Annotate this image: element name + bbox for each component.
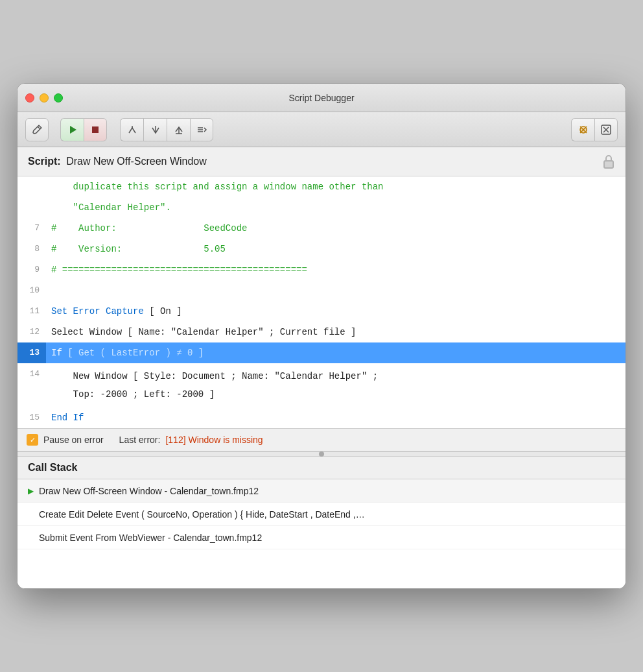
code-line-highlighted: 13 If [ Get ( LastError ) ≠ 0 ] — [18, 342, 625, 363]
play-icon — [67, 125, 78, 135]
script-name: Draw New Off-Screen Window — [66, 156, 207, 167]
debug-controls — [571, 118, 618, 141]
step-to-end-button[interactable] — [190, 118, 213, 141]
code-line: 7 # Author: SeedCode — [18, 218, 625, 239]
debug-button[interactable] — [571, 118, 594, 141]
code-line: 12 Select Window [ Name: "Calendar Helpe… — [18, 322, 625, 342]
line-number: 12 — [18, 322, 46, 342]
step-over-icon — [126, 124, 138, 136]
line-content: # ======================================… — [46, 259, 625, 280]
step-to-end-icon — [196, 124, 207, 136]
splitter[interactable] — [18, 451, 625, 457]
line-number: 9 — [18, 259, 46, 280]
toolbar — [18, 112, 625, 147]
main-window: Script Debugger — [17, 83, 626, 589]
active-arrow: ▶ — [28, 486, 34, 496]
code-line: 10 — [18, 280, 625, 301]
stop-icon — [90, 125, 100, 135]
window-title: Script Debugger — [288, 93, 354, 103]
pause-checkbox[interactable]: ✓ — [27, 434, 38, 446]
step-over-button[interactable] — [120, 118, 143, 141]
status-bar: ✓ Pause on error Last error: [112] Windo… — [18, 429, 625, 451]
line-number: 7 — [18, 218, 46, 239]
script-header: Script: Draw New Off-Screen Window — [18, 147, 625, 176]
step-controls — [120, 118, 213, 141]
line-content: # Author: SeedCode — [46, 218, 625, 239]
line-content: Set Error Capture [ On ] — [46, 301, 625, 322]
lock-icon — [602, 154, 615, 169]
checkbox-icon: ✓ — [30, 436, 36, 444]
step-out-button[interactable] — [167, 118, 190, 141]
svg-rect-1 — [92, 126, 99, 133]
code-line: 9 # ====================================… — [18, 259, 625, 280]
code-line: duplicate this script and assign a windo… — [18, 176, 625, 197]
code-line: 14 New Window [ Style: Document ; Name: … — [18, 363, 625, 407]
call-stack-item-text: Create Edit Delete Event ( SourceNo, Ope… — [39, 509, 365, 520]
close-button[interactable] — [25, 93, 34, 102]
play-button[interactable] — [60, 118, 84, 141]
code-line: 8 # Version: 5.05 — [18, 239, 625, 259]
maximize-button[interactable] — [54, 93, 63, 102]
edit-button[interactable] — [25, 118, 49, 141]
traffic-lights — [25, 93, 63, 102]
call-stack-item-text: Draw New Off-Screen Window - Calendar_to… — [39, 486, 259, 496]
code-editor[interactable]: duplicate this script and assign a windo… — [18, 176, 625, 429]
svg-marker-0 — [70, 126, 76, 134]
code-line: 11 Set Error Capture [ On ] — [18, 301, 625, 322]
call-stack-list: ▶ Draw New Off-Screen Window - Calendar_… — [18, 479, 625, 549]
line-content: "Calendar Helper". — [46, 197, 625, 218]
script-title: Script: Draw New Off-Screen Window — [28, 156, 207, 167]
call-stack-item[interactable]: ▶ Draw New Off-Screen Window - Calendar_… — [18, 479, 625, 503]
clear-icon — [600, 124, 612, 136]
line-number: 15 — [18, 407, 46, 428]
line-number: 10 — [18, 280, 46, 301]
splitter-dot — [319, 451, 324, 457]
line-number: 14 — [18, 367, 46, 380]
line-content: New Window [ Style: Document ; Name: "Ca… — [46, 367, 625, 403]
line-content: Select Window [ Name: "Calendar Helper" … — [46, 322, 625, 342]
pause-label: Pause on error — [43, 435, 104, 445]
run-controls — [60, 118, 107, 141]
call-stack-title: Call Stack — [28, 462, 77, 473]
code-line: 15 End If — [18, 407, 625, 428]
call-stack-item-text: Submit Event From WebViewer - Calendar_t… — [39, 533, 262, 543]
call-stack-header: Call Stack — [18, 457, 625, 479]
pencil-icon — [31, 124, 43, 136]
bottom-padding — [18, 549, 625, 588]
call-stack-item[interactable]: ▶ Submit Event From WebViewer - Calendar… — [18, 526, 625, 549]
step-out-icon — [173, 124, 185, 136]
line-number: 8 — [18, 239, 46, 259]
line-content: End If — [46, 407, 625, 428]
title-bar: Script Debugger — [18, 84, 625, 112]
svg-rect-11 — [604, 161, 613, 168]
stop-button[interactable] — [84, 118, 107, 141]
clear-button[interactable] — [594, 118, 618, 141]
line-number: 11 — [18, 301, 46, 322]
line-content: # Version: 5.05 — [46, 239, 625, 259]
line-number: 13 — [18, 342, 46, 363]
last-error-prefix: Last error: — [119, 435, 161, 445]
code-line: "Calendar Helper". — [18, 197, 625, 218]
minimize-button[interactable] — [40, 93, 49, 102]
line-content: duplicate this script and assign a windo… — [46, 176, 625, 197]
step-into-icon — [150, 124, 161, 136]
line-content: If [ Get ( LastError ) ≠ 0 ] — [46, 342, 625, 363]
debug-icon — [578, 124, 589, 136]
call-stack-item[interactable]: ▶ Create Edit Delete Event ( SourceNo, O… — [18, 503, 625, 526]
script-label: Script: — [28, 156, 61, 167]
last-error-value: [112] Window is missing — [165, 435, 263, 445]
step-into-button[interactable] — [143, 118, 167, 141]
